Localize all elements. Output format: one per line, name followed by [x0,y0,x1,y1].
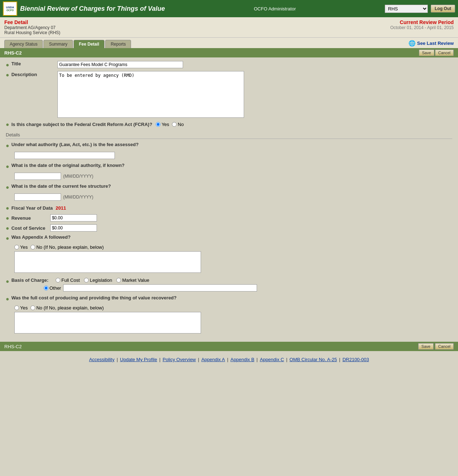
original-date-question: What is the date of the original authori… [11,163,125,168]
logout-button[interactable]: Log Out [431,5,455,13]
page-header-left: Fee Detail Department AG/Agency 07 Rural… [4,19,60,35]
full-cost-yes-text: Yes [20,305,28,311]
basis-market-value-text: Market Value [122,277,149,283]
full-cost-question: Was the full cost of producing and provi… [11,295,177,300]
fcra-question: Is this charge subject to the Federal Cr… [11,122,152,127]
authority-input[interactable] [14,152,115,159]
authority-input-row [14,152,452,159]
full-cost-no-radio[interactable] [31,305,35,310]
fcra-no-label[interactable]: No [172,122,184,127]
original-date-bullet: ● [6,163,9,170]
original-date-input[interactable] [14,173,61,180]
title-input[interactable] [57,61,183,68]
site-header: USDA OCFO Biennial Review of Charges for… [0,0,458,17]
cost-of-service-input[interactable] [50,224,97,232]
appendix-a-radio-group: Yes No (If No, please explain, below) [14,244,452,250]
footer-link-appendix-c[interactable]: Appendix C [260,357,284,362]
save-button-top[interactable]: Save [419,50,434,56]
full-cost-yes-radio[interactable] [14,305,19,310]
basis-other-radio[interactable] [44,286,48,290]
footer-link-dr2100[interactable]: DR2100-003 [342,357,369,362]
form-area: ● Title ● Description To be entered by a… [0,57,458,342]
current-fee-date-question-row: ● What is the date of the current fee st… [6,183,452,191]
section-header-top: RHS-C2 Save Cancel [0,48,458,57]
full-cost-question-row: ● Was the full cost of producing and pro… [6,295,452,302]
header-buttons: Save Cancel [419,50,454,56]
fcra-no-text: No [178,122,184,127]
original-date-block: ● What is the date of the original autho… [6,163,452,180]
section-id-top: RHS-C2 [4,50,22,56]
tab-agency-status[interactable]: Agency Status [4,40,43,48]
footer-link-appendix-a[interactable]: Appendix A [201,357,225,362]
footer-link-accessibility[interactable]: Accessibility [89,357,114,362]
review-period-title: Current Review Period [390,19,454,25]
title-label: Title [11,61,55,66]
fcra-yes-label[interactable]: Yes [156,122,169,127]
basis-full-cost-radio[interactable] [56,278,60,283]
full-cost-explanation[interactable] [14,312,201,333]
nav-area: Agency Status Summary Fee Detail Reports… [0,38,458,48]
basis-options: Basis of Charge: Full Cost Legislation M… [11,277,257,283]
footer-link-policy-overview[interactable]: Policy Overview [163,357,196,362]
appendix-yes-radio[interactable] [14,245,19,249]
appendix-no-radio[interactable] [31,245,35,249]
cost-of-service-row: ● Cost of Service [6,224,452,232]
date-hint1: (MM/DD/YYYY) [63,174,93,179]
bottom-footer: Accessibility | Update My Profile | Poli… [0,351,458,368]
title-row: ● Title [6,61,452,68]
revenue-input[interactable] [50,214,97,221]
header-right: RHS AG Other Log Out [385,5,455,13]
appendix-no-text: No (If No, please explain, below) [36,244,104,250]
ocfo-text: OCFO [6,9,14,11]
description-textarea[interactable]: To be entered by agency (RMD) [57,71,244,118]
footer-links: Accessibility | Update My Profile | Poli… [4,357,454,362]
footer-link-update-profile[interactable]: Update My Profile [120,357,157,362]
basis-legislation-radio[interactable] [84,278,89,283]
details-header: Details [6,132,452,139]
details-section: Details ● Under what authority (Law, Act… [6,132,452,335]
save-button-bottom[interactable]: Save [418,343,434,350]
usda-text: USDA [6,6,14,9]
current-fee-date-input[interactable] [14,193,61,201]
fcra-yes-text: Yes [162,122,169,127]
dept-line2: Rural Housing Service (RHS) [4,30,60,35]
current-fee-date-block: ● What is the date of the current fee st… [6,183,452,201]
basis-market-value-radio[interactable] [116,278,121,283]
fiscal-year-label: Fiscal Year of Data [11,205,53,211]
agency-select[interactable]: RHS AG Other [385,5,428,13]
footer-link-omb[interactable]: OMB Circular No. A-25 [290,357,337,362]
description-row: ● Description To be entered by agency (R… [6,71,452,118]
basis-other-text: Other [50,285,61,291]
page-header-right: Current Review Period October 01, 2014 -… [390,19,454,35]
footer-link-appendix-b[interactable]: Appendix B [230,357,254,362]
basis-market-value-label[interactable]: Market Value [116,277,149,283]
tab-summary[interactable]: Summary [43,40,73,48]
basis-full-cost-label[interactable]: Full Cost [56,277,80,283]
header-user: OCFO Administrator [254,6,296,11]
full-cost-no-label[interactable]: No (If No, please explain, below) [31,305,104,311]
full-cost-yes-label[interactable]: Yes [14,305,28,311]
original-date-input-row: (MM/DD/YYYY) [14,173,452,180]
tab-reports[interactable]: Reports [105,40,131,48]
appendix-a-explanation[interactable] [14,251,201,273]
appendix-no-label[interactable]: No (If No, please explain, below) [31,244,104,250]
appendix-a-question: Was Appendix A followed? [11,234,71,240]
fcra-yes-radio[interactable] [156,122,160,127]
cancel-button-bottom[interactable]: Cancel [435,343,454,350]
basis-other-label[interactable]: Other [44,285,61,291]
basis-other-row: Other [44,284,257,291]
current-fee-date-input-row: (MM/DD/YYYY) [14,193,452,201]
basis-legislation-label[interactable]: Legislation [84,277,112,283]
cancel-button-top[interactable]: Cancel [435,50,454,56]
tab-fee-detail[interactable]: Fee Detail [74,40,105,48]
see-last-review-link[interactable]: 🌐 See Last Review [408,40,454,48]
revenue-bullet: ● [6,215,9,221]
authority-block: ● Under what authority (Law, Act, etc.) … [6,142,452,159]
appendix-a-question-row: ● Was Appendix A followed? [6,234,452,242]
fcra-no-radio[interactable] [172,122,177,127]
authority-question-row: ● Under what authority (Law, Act, etc.) … [6,142,452,149]
appendix-yes-label[interactable]: Yes [14,244,28,250]
appendix-a-bullet: ● [6,235,9,242]
fiscal-year-bullet: ● [6,205,9,211]
basis-other-input[interactable] [63,284,257,291]
